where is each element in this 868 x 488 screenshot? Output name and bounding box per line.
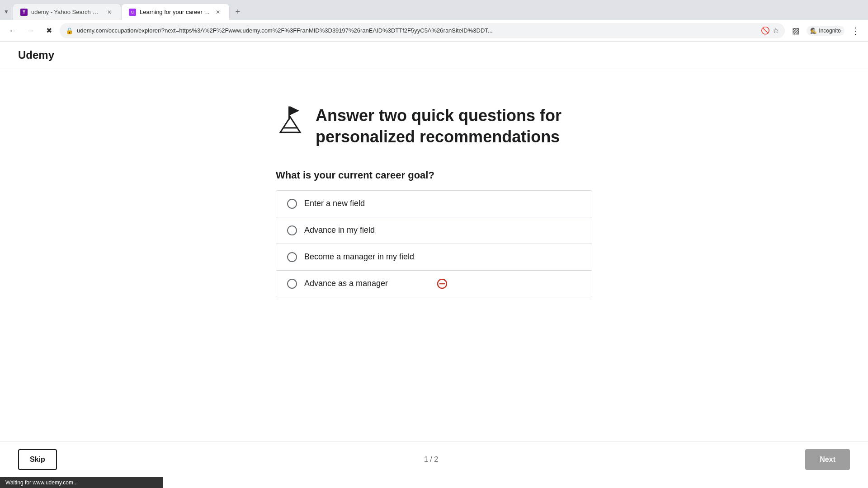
address-text: udemy.com/occupation/explorer/?next=http…	[77, 27, 757, 34]
incognito-label: Incognito	[819, 28, 841, 34]
lock-icon: 🔒	[66, 27, 73, 34]
page-content: Answer two quick questions for personali…	[0, 69, 868, 479]
browser-chrome: ▼ Y udemy - Yahoo Search Results ✕ u Lea…	[0, 0, 868, 42]
option-become-manager[interactable]: Become a manager in my field	[276, 244, 592, 271]
header-icon	[276, 105, 305, 134]
forward-button[interactable]: →	[24, 23, 38, 38]
footer-bar: Skip 1 / 2 Next	[0, 441, 868, 477]
question-label: What is your current career goal?	[276, 169, 592, 181]
tab1-label: udemy - Yahoo Search Results	[31, 9, 102, 15]
address-bar[interactable]: 🔒 udemy.com/occupation/explorer/?next=ht…	[60, 23, 785, 38]
option4-label: Advance as a manager	[304, 279, 388, 288]
back-button[interactable]: ←	[5, 23, 20, 38]
status-text: Waiting for www.udemy.com...	[5, 479, 78, 486]
option-enter-new-field[interactable]: Enter a new field	[276, 191, 592, 217]
menu-button[interactable]: ⋮	[848, 23, 863, 38]
incognito-badge: 🕵 Incognito	[807, 26, 844, 36]
radio-option4[interactable]	[287, 279, 297, 289]
tab-bar: ▼ Y udemy - Yahoo Search Results ✕ u Lea…	[0, 0, 868, 20]
status-bar: Waiting for www.udemy.com...	[0, 477, 163, 488]
site-header: Udemy	[0, 42, 868, 69]
tab-yahoo[interactable]: Y udemy - Yahoo Search Results ✕	[13, 4, 121, 20]
card-header: Answer two quick questions for personali…	[276, 105, 592, 148]
option1-label: Enter a new field	[304, 199, 365, 208]
option3-label: Become a manager in my field	[304, 252, 414, 262]
heading-line1: Answer two quick questions for	[316, 106, 561, 125]
sidebar-toggle[interactable]: ▨	[788, 23, 803, 38]
tab1-favicon: Y	[20, 9, 28, 16]
tab-udemy-career[interactable]: u Learning for your career quest... ✕	[121, 4, 230, 20]
option2-label: Advance in my field	[304, 225, 375, 235]
header-title: Answer two quick questions for personali…	[316, 105, 561, 148]
heading-line2: personalized recommendations	[316, 127, 560, 146]
reload-button[interactable]: ✖	[42, 23, 56, 38]
options-list: Enter a new field Advance in my field Be…	[276, 190, 592, 297]
tab2-close[interactable]: ✕	[214, 8, 222, 16]
nav-bar: ← → ✖ 🔒 udemy.com/occupation/explorer/?n…	[0, 20, 868, 42]
radio-option1[interactable]	[287, 199, 297, 209]
radio-option3[interactable]	[287, 252, 297, 262]
option-advance-field[interactable]: Advance in my field	[276, 217, 592, 244]
no-entry-cursor	[437, 279, 447, 289]
radio-option2[interactable]	[287, 225, 297, 235]
udemy-logo[interactable]: Udemy	[18, 49, 54, 61]
bookmark-icon: ☆	[773, 26, 779, 35]
incognito-icon: 🕵	[810, 28, 817, 34]
card: Answer two quick questions for personali…	[276, 105, 592, 297]
option-advance-manager[interactable]: Advance as a manager	[276, 271, 592, 297]
tab2-label: Learning for your career quest...	[140, 9, 210, 15]
page-indicator: 1 / 2	[424, 455, 438, 464]
logo-text: Udemy	[18, 49, 54, 61]
tab-overflow-btn[interactable]: ▼	[0, 4, 13, 20]
tab1-close[interactable]: ✕	[105, 8, 113, 16]
address-icons: 🚫 ☆	[761, 26, 779, 35]
skip-button[interactable]: Skip	[18, 449, 57, 470]
tab2-favicon: u	[129, 9, 136, 16]
new-tab-button[interactable]: +	[230, 4, 246, 20]
flask-icon	[277, 104, 304, 135]
next-button[interactable]: Next	[805, 449, 850, 470]
no-image-icon: 🚫	[761, 26, 770, 35]
